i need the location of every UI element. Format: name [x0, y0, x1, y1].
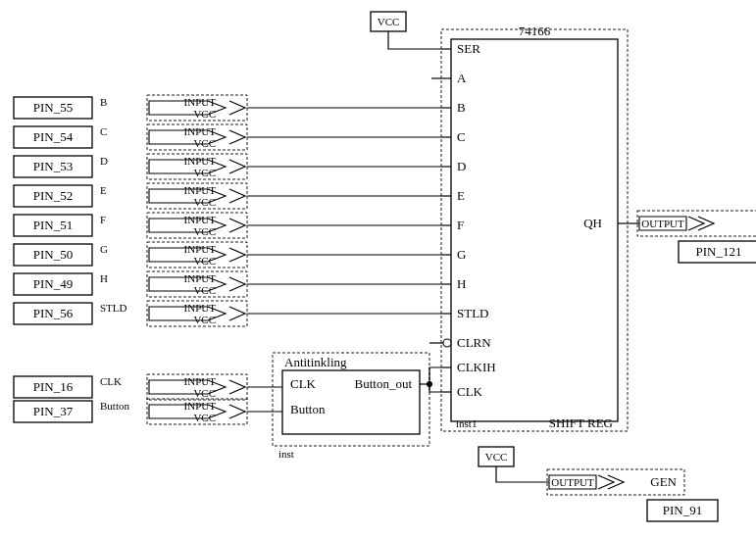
port-SER: SER [457, 41, 480, 56]
input-label-bottom: VCC [193, 167, 216, 178]
port-CLK: CLK [457, 384, 483, 399]
input-label-top: INPUT [184, 243, 217, 255]
port-A: A [457, 71, 467, 85]
input-label-bottom: VCC [193, 387, 216, 399]
signal-name: F [100, 214, 106, 225]
port-QH: QH [583, 216, 602, 230]
input-label-top: INPUT [184, 155, 217, 167]
signal-name: D [100, 155, 108, 167]
signal-name: H [100, 272, 108, 284]
input-label-bottom: VCC [193, 255, 216, 267]
input-label-bottom: VCC [193, 314, 216, 325]
input-label-top: INPUT [184, 400, 217, 412]
signal-name: G [100, 243, 108, 255]
signal-name: E [100, 184, 107, 196]
output-label: OUTPUT [551, 476, 594, 488]
pin-label: PIN_54 [33, 129, 74, 144]
pin-label: PIN_53 [33, 159, 73, 173]
output-pin: PIN_121 [696, 244, 742, 259]
input-label-top: INPUT [184, 302, 217, 314]
output-pin: PIN_91 [663, 503, 702, 517]
input-label-top: INPUT [184, 272, 217, 284]
input-label-bottom: VCC [193, 412, 216, 423]
pin-label: PIN_56 [33, 306, 74, 320]
antitinkling-in1: CLK [290, 376, 317, 391]
pin-label: PIN_51 [33, 218, 73, 232]
vcc-label-top: VCC [378, 16, 400, 27]
antitinkling-title: Antitinkling [284, 355, 347, 369]
port-STLD: STLD [457, 306, 489, 320]
output-label: OUTPUT [641, 218, 684, 229]
vcc-label-bottom: VCC [485, 451, 508, 463]
input-label-bottom: VCC [193, 108, 216, 120]
pin-label: PIN_52 [33, 188, 73, 203]
schematic-diagram: .box { fill:#fff; stroke:#000; stroke-wi… [0, 0, 756, 537]
port-H: H [457, 276, 466, 291]
pin-label: PIN_16 [33, 379, 74, 394]
input-label-top: INPUT [184, 184, 217, 196]
input-label-bottom: VCC [193, 225, 216, 237]
port-G: G [457, 247, 466, 262]
pin-label: PIN_50 [33, 247, 73, 262]
svg-point-13 [443, 339, 451, 347]
input-label-bottom: VCC [193, 284, 216, 296]
pin-label: PIN_55 [33, 100, 73, 115]
port-CLKIH: CLKIH [457, 360, 496, 374]
signal-name: STLD [100, 302, 127, 314]
shift-reg-chip: 74166 [519, 24, 551, 38]
port-E: E [457, 188, 465, 203]
shift-reg-inst: inst1 [456, 417, 477, 429]
port-D: D [457, 159, 466, 173]
signal-name: C [100, 125, 107, 137]
signal-name: Button [100, 400, 129, 412]
signal-name: CLK [100, 375, 122, 387]
port-CLRN: CLRN [457, 335, 491, 350]
output-signal: GEN [650, 474, 677, 489]
signal-name: B [100, 96, 107, 108]
pin-label: PIN_37 [33, 404, 74, 418]
pin-label: PIN_49 [33, 276, 73, 291]
input-label-top: INPUT [184, 125, 217, 137]
input-label-bottom: VCC [193, 196, 216, 208]
input-label-top: INPUT [184, 214, 217, 225]
antitinkling-in2: Button [290, 402, 326, 416]
port-C: C [457, 129, 466, 144]
port-F: F [457, 218, 464, 232]
input-label-top: INPUT [184, 375, 217, 387]
antitinkling-inst: inst [278, 448, 294, 460]
port-B: B [457, 100, 466, 115]
input-label-bottom: VCC [193, 137, 216, 149]
antitinkling-out: Button_out [354, 376, 412, 391]
shift-reg-label: SHIFT REG [549, 415, 613, 430]
input-label-top: INPUT [184, 96, 217, 108]
